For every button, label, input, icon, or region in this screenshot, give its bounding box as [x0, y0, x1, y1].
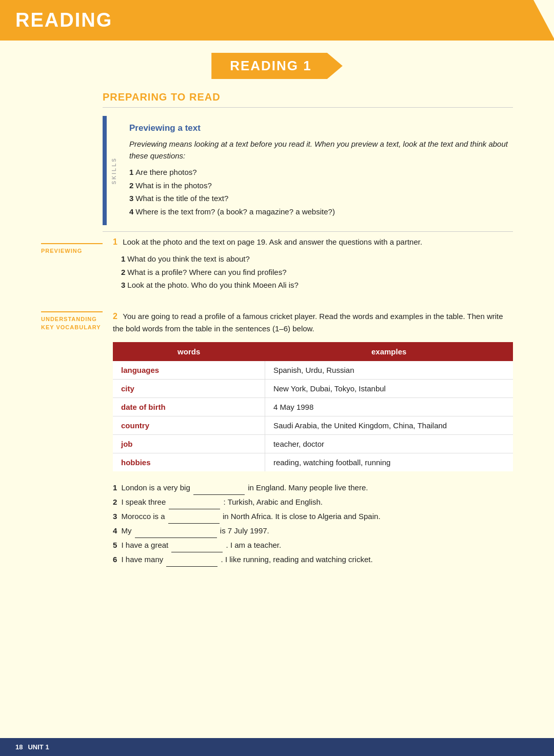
blank-5[interactable] [171, 538, 223, 552]
footer-unit: UNIT 1 [28, 743, 49, 751]
skills-intro: Previewing means looking at a text befor… [129, 138, 513, 162]
section-header: READING 1 [211, 53, 343, 79]
exercise-1-sub-3: 3Look at the photo. Who do you think Moe… [121, 278, 513, 292]
skills-content: Previewing a text Previewing means looki… [129, 116, 513, 225]
skills-list: 1Are there photos? 2What is in the photo… [129, 166, 513, 218]
exercise-1-sub-2: 2What is a profile? Where can you find p… [121, 266, 513, 279]
sentence-2: 2 I speak three : Turkish, Arabic and En… [113, 495, 513, 509]
skills-num-1: 1 [129, 168, 133, 176]
exercise-2: 2 You are going to read a profile of a f… [113, 306, 513, 567]
main-content: PREVIEWING UNDERSTANDING KEY VOCABULARY … [41, 232, 513, 581]
sentence-3: 3 Morocco is a in North Africa. It is cl… [113, 509, 513, 524]
right-content: 1 Look at the photo and the text on page… [103, 232, 513, 581]
skills-subtitle: Previewing a text [129, 123, 513, 133]
page-footer: 18 UNIT 1 [0, 738, 554, 756]
top-header: READING [0, 0, 554, 41]
exercise-1-num: 1 [113, 237, 117, 246]
exercise-1-sublist: 1What do you think the text is about? 2W… [121, 252, 513, 292]
skills-item-1: 1Are there photos? [129, 166, 513, 179]
vocab-table: words examples languages Spanish, Urdu, … [113, 342, 513, 471]
sentence-4: 4 My is 7 July 1997. [113, 524, 513, 538]
footer-inner: 18 UNIT 1 [15, 743, 539, 751]
example-country: Saudi Arabia, the United Kingdom, China,… [265, 416, 513, 434]
section-header-wrap: READING 1 [0, 53, 554, 79]
exercise-1: 1 Look at the photo and the text on page… [113, 232, 513, 292]
skills-num-2: 2 [129, 181, 133, 190]
exercise-2-num: 2 [113, 312, 117, 321]
sentence-6: 6 I have many . I like running, reading … [113, 552, 513, 567]
sentence-5: 5 I have a great . I am a teacher. [113, 538, 513, 552]
table-header-row: words examples [113, 342, 513, 361]
label-previewing: PREVIEWING [41, 243, 103, 255]
preparing-title: PREPARING TO READ [103, 91, 513, 103]
example-languages: Spanish, Urdu, Russian [265, 361, 513, 380]
table-row: country Saudi Arabia, the United Kingdom… [113, 416, 513, 434]
skills-item-2: 2What is in the photos? [129, 179, 513, 192]
divider-top [103, 107, 513, 108]
table-row: date of birth 4 May 1998 [113, 397, 513, 416]
table-header-examples: examples [265, 342, 513, 361]
example-city: New York, Dubai, Tokyo, Istanbul [265, 379, 513, 397]
blank-6[interactable] [166, 552, 217, 567]
example-job: teacher, doctor [265, 434, 513, 453]
word-country: country [113, 416, 265, 434]
main-title: READING [15, 9, 112, 31]
blank-2[interactable] [169, 495, 220, 509]
skills-section: SKILLS Previewing a text Previewing mean… [103, 116, 513, 225]
example-hobbies: reading, watching football, running [265, 453, 513, 471]
left-labels: PREVIEWING UNDERSTANDING KEY VOCABULARY [41, 232, 103, 581]
word-languages: languages [113, 361, 265, 380]
word-hobbies: hobbies [113, 453, 265, 471]
skills-item-4: 4Where is the text from? (a book? a maga… [129, 205, 513, 218]
exercise-1-text: Look at the photo and the text on page 1… [123, 237, 422, 246]
table-row: hobbies reading, watching football, runn… [113, 453, 513, 471]
exercise-2-text: You are going to read a profile of a fam… [113, 312, 503, 333]
table-header-words: words [113, 342, 265, 361]
label-understanding: UNDERSTANDING KEY VOCABULARY [41, 311, 103, 331]
skills-label-wrap: SKILLS [107, 116, 121, 225]
blank-1[interactable] [193, 481, 245, 495]
word-city: city [113, 379, 265, 397]
sentences-list: 1 London is a very big in England. Many … [113, 481, 513, 567]
sentence-1: 1 London is a very big in England. Many … [113, 481, 513, 495]
word-dob: date of birth [113, 397, 265, 416]
skills-bar [103, 116, 107, 225]
blank-3[interactable] [168, 509, 220, 524]
skills-num-3: 3 [129, 194, 133, 203]
skills-item-3: 3What is the title of the text? [129, 192, 513, 205]
table-row: job teacher, doctor [113, 434, 513, 453]
skills-label: SKILLS [111, 157, 117, 185]
blank-4[interactable] [135, 524, 217, 538]
table-row: languages Spanish, Urdu, Russian [113, 361, 513, 380]
skills-num-4: 4 [129, 207, 133, 216]
exercise-1-sub-1: 1What do you think the text is about? [121, 252, 513, 266]
example-dob: 4 May 1998 [265, 397, 513, 416]
table-row: city New York, Dubai, Tokyo, Istanbul [113, 379, 513, 397]
word-job: job [113, 434, 265, 453]
footer-page: 18 [15, 743, 23, 751]
